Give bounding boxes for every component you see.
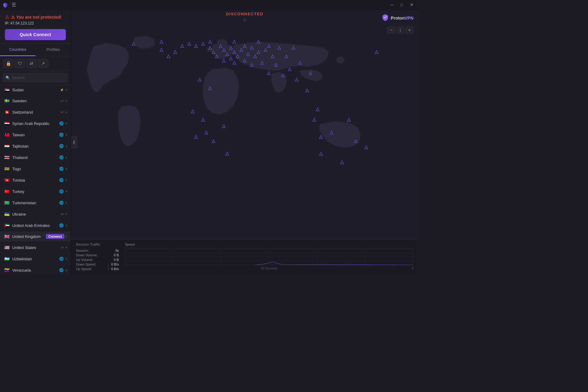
warning-icon: ⚠ [5, 14, 9, 20]
filter-p2p-icon[interactable]: ⇄ [26, 59, 37, 68]
flag-switzerland: 🇨🇭 [4, 110, 10, 114]
country-item-taiwan[interactable]: 🇹🇼 Taiwan 🌐 ▾ [0, 129, 71, 141]
country-name-uae: United Arab Emirates [12, 223, 56, 228]
country-item-sudan[interactable]: 🇸🇩 Sudan ⚡ ▾ [0, 85, 71, 95]
tab-countries[interactable]: Countries [0, 43, 36, 56]
chevron-sweden[interactable]: ▾ [66, 99, 67, 103]
country-actions-ukraine: ⇌ ▾ [60, 211, 67, 217]
menu-button[interactable]: ☰ [10, 1, 17, 8]
filter-lock-icon[interactable]: 🔒 [3, 59, 13, 68]
country-item-tunisia[interactable]: 🇹🇳 Tunisia 🌐 ▾ [0, 175, 71, 186]
chevron-ukraine[interactable]: ▾ [66, 213, 67, 216]
speed-chart: Speed 0 B/s [125, 243, 413, 271]
country-item-ukraine[interactable]: 🇺🇦 Ukraine ⇌ ▾ [0, 209, 71, 220]
titlebar: ☰ ─ □ ✕ [0, 0, 418, 10]
globe-icon-tunisia[interactable]: 🌐 [58, 177, 64, 183]
globe-icon-venezuela[interactable]: 🌐 [58, 267, 64, 273]
country-item-switzerland[interactable]: 🇨🇭 Switzerland ⇌ ▾ [0, 107, 71, 118]
country-item-uk[interactable]: 🇬🇧 United Kingdom Connect ▾ [0, 231, 71, 242]
zoom-indicator: | [396, 27, 404, 33]
down-speed-value: ↓ 0 B/s [104, 262, 119, 266]
protection-status: ⚠ ⚠ You are not protected! [5, 14, 66, 20]
country-actions-venezuela: 🌐 ▾ [58, 267, 67, 273]
ip-display: IP: 47.54.123.122 [5, 21, 66, 25]
globe-icon-thailand[interactable]: 🌐 [58, 155, 64, 160]
reload-icon-ukraine[interactable]: ⇌ [60, 211, 64, 217]
country-item-venezuela[interactable]: 🇻🇪 Venezuela 🌐 ▾ [0, 265, 71, 274]
chevron-uzbekistan[interactable]: ▾ [66, 257, 67, 261]
flag-taiwan: 🇹🇼 [4, 133, 10, 137]
collapse-sidebar-button[interactable]: ❮ [71, 136, 77, 148]
globe-icon-turkmenistan[interactable]: 🌐 [58, 200, 64, 205]
flag-thailand: 🇹🇭 [4, 155, 10, 160]
globe-icon-togo[interactable]: 🌐 [58, 166, 64, 172]
country-item-tajikistan[interactable]: 🇹🇯 Tajikistan 🌐 ▾ [0, 141, 71, 152]
chevron-us[interactable]: ▾ [66, 246, 67, 249]
tab-profiles[interactable]: Profiles [36, 43, 71, 56]
country-name-togo: Togo [12, 167, 56, 171]
globe-icon-uae[interactable]: 🌐 [58, 223, 64, 228]
chevron-uae[interactable]: ▾ [66, 224, 67, 227]
peer-icon-us[interactable]: ⇌ [60, 245, 64, 250]
close-button[interactable]: ✕ [407, 2, 416, 8]
session-row-up-volume: Up Volume: 0 B [76, 258, 119, 262]
chevron-switzerland[interactable]: ▾ [66, 111, 67, 114]
flag-tunisia: 🇹🇳 [4, 178, 10, 182]
connect-badge-uk[interactable]: Connect [46, 234, 64, 239]
down-volume-value: 0 B [104, 253, 119, 257]
country-name-us: United States [12, 245, 58, 250]
country-item-turkmenistan[interactable]: 🇹🇲 Turkmenistan 🌐 ▾ [0, 197, 71, 209]
chevron-taiwan[interactable]: ▾ [66, 133, 67, 137]
country-actions-uk: Connect ▾ [46, 234, 67, 239]
chevron-tajikistan[interactable]: ▾ [66, 145, 67, 148]
chevron-tunisia[interactable]: ▾ [66, 179, 67, 182]
country-item-turkey[interactable]: 🇹🇷 Turkey 🌐 ▾ [0, 186, 71, 197]
chevron-uk[interactable]: ▾ [66, 235, 67, 238]
chevron-thailand[interactable]: ▾ [66, 156, 67, 159]
home-button[interactable]: ⌂ [243, 17, 246, 22]
chevron-sudan[interactable]: ▾ [66, 88, 67, 92]
flag-sudan: 🇸🇩 [4, 88, 10, 92]
chevron-syrian[interactable]: ▾ [66, 122, 67, 125]
country-item-syrian[interactable]: 🇸🇾 Syrian Arab Republic 🌐 ▾ [0, 118, 71, 129]
session-traffic-title: Session Traffic [76, 243, 119, 246]
search-input[interactable] [3, 73, 68, 82]
up-volume-label: Up Volume: [76, 258, 93, 262]
chevron-turkmenistan[interactable]: ▾ [66, 201, 67, 205]
flag-uzbekistan: 🇺🇿 [4, 257, 10, 261]
country-item-sweden[interactable]: 🇸🇪 Sweden ⇌ ▾ [0, 95, 71, 107]
country-item-thailand[interactable]: 🇹🇭 Thailand 🌐 ▾ [0, 152, 71, 163]
globe-icon-turkey[interactable]: 🌐 [58, 189, 64, 194]
globe-icon-uzbekistan[interactable]: 🌐 [58, 256, 64, 262]
session-label: Session: [76, 249, 89, 252]
zoom-in-button[interactable]: + [405, 27, 413, 33]
chevron-venezuela[interactable]: ▾ [66, 269, 67, 272]
chevron-togo[interactable]: ▾ [66, 167, 67, 171]
filter-exit-icon[interactable]: ↗ [38, 59, 48, 68]
country-item-uae[interactable]: 🇦🇪 United Arab Emirates 🌐 ▾ [0, 220, 71, 231]
titlebar-left: ☰ [2, 1, 17, 8]
zoom-out-button[interactable]: − [387, 27, 395, 33]
quick-connect-button[interactable]: Quick Connect [5, 29, 66, 40]
session-row-down-volume: Down Volume: 0 B [76, 253, 119, 257]
country-actions-us: ⇌ ▾ [60, 245, 67, 250]
globe-icon-syrian[interactable]: 🌐 [58, 121, 64, 126]
maximize-button[interactable]: □ [398, 2, 406, 8]
country-actions-thailand: 🌐 ▾ [58, 155, 67, 160]
country-item-us[interactable]: 🇺🇸 United States ⇌ ▾ [0, 242, 71, 253]
flag-syrian: 🇸🇾 [4, 121, 10, 126]
filter-shield-icon[interactable]: 🛡 [15, 59, 25, 68]
session-info: Session Traffic Session: 0s Down Volume:… [76, 243, 119, 271]
flag-togo: 🇹🇬 [4, 167, 10, 171]
session-value: 0s [104, 249, 119, 252]
zoom-controls: − | + [387, 27, 413, 33]
flag-turkmenistan: 🇹🇲 [4, 201, 10, 205]
globe-icon-taiwan[interactable]: 🌐 [58, 132, 64, 138]
country-item-togo[interactable]: 🇹🇬 Togo 🌐 ▾ [0, 163, 71, 175]
chevron-turkey[interactable]: ▾ [66, 190, 67, 193]
peer-icon-sweden[interactable]: ⇌ [60, 98, 64, 104]
minimize-button[interactable]: ─ [388, 2, 396, 8]
country-item-uzbekistan[interactable]: 🇺🇿 Uzbekistan 🌐 ▾ [0, 253, 71, 265]
peer-icon-switzerland[interactable]: ⇌ [60, 109, 64, 115]
globe-icon-tajikistan[interactable]: 🌐 [58, 143, 64, 149]
